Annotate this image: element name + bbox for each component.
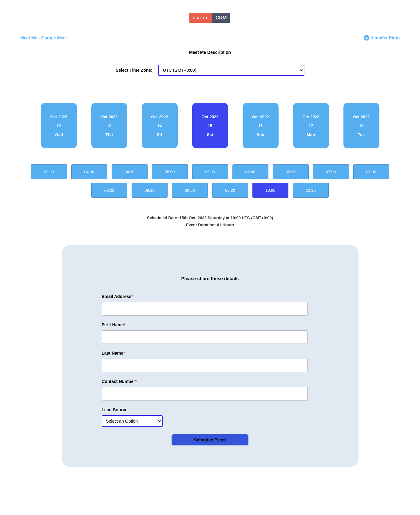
email-input[interactable]: [102, 302, 308, 316]
first-name-input[interactable]: [102, 330, 308, 344]
event-duration: Event Duration: 01 Hours: [0, 221, 420, 228]
time-card[interactable]: 05:30: [192, 164, 228, 179]
submit-row: Schedule Event: [102, 434, 319, 445]
email-field-group: Email Address*: [102, 294, 319, 316]
date-dow: Sun: [257, 132, 264, 137]
date-dow: Fri: [157, 132, 162, 137]
schedule-event-button[interactable]: Schedule Event: [172, 434, 248, 445]
time-card[interactable]: 10:30: [293, 183, 329, 198]
time-card[interactable]: 06:00: [232, 164, 268, 179]
date-day: 17: [309, 123, 313, 128]
date-day: 18: [359, 123, 363, 128]
time-card[interactable]: 04:00: [71, 164, 107, 179]
time-card[interactable]: 05:00: [152, 164, 188, 179]
user-badge[interactable]: Jennifer Pinto: [364, 35, 400, 41]
page-description: Meet Me Description: [0, 41, 420, 58]
last-name-label: Last Name*: [102, 351, 319, 356]
user-name: Jennifer Pinto: [371, 35, 400, 40]
email-label: Email Address*: [102, 294, 319, 299]
timezone-row: Select Time Zone: UTC (GMT+0:00): [0, 58, 420, 82]
contact-number-input[interactable]: [102, 387, 308, 400]
time-card[interactable]: 08:00: [91, 183, 127, 198]
person-icon: [364, 35, 369, 41]
date-day: 13: [107, 123, 111, 128]
first-name-field-group: First Name*: [102, 322, 319, 344]
date-dow: Thu: [105, 132, 113, 137]
date-card[interactable]: Oct-202213Thu: [91, 103, 127, 148]
date-dow: Sat: [207, 132, 213, 137]
form-title: Please share these details: [102, 276, 319, 281]
contact-number-field-group: Contact Number*: [102, 379, 319, 400]
date-picker-row: Oct-202212WedOct-202213ThuOct-202214FriO…: [0, 82, 420, 153]
logo-crm: CRM: [212, 13, 230, 23]
date-day: 15: [208, 123, 212, 128]
last-name-input[interactable]: [102, 359, 308, 372]
first-name-label: First Name*: [102, 322, 319, 327]
time-row-2: 08:0008:3009:0009:3010:0010:30: [20, 183, 400, 198]
date-card[interactable]: Oct-202212Wed: [41, 103, 77, 148]
details-form-card: Please share these details Email Address…: [62, 245, 359, 467]
date-card[interactable]: Oct-202215Sat: [192, 103, 228, 148]
date-month: Oct-2022: [353, 115, 370, 119]
date-month: Oct-2022: [303, 115, 319, 119]
time-card[interactable]: 08:30: [132, 183, 168, 198]
time-card[interactable]: 07:00: [313, 164, 349, 179]
time-card[interactable]: 06:30: [273, 164, 309, 179]
lead-source-select[interactable]: Select an Option: [102, 415, 163, 427]
lead-source-label: Lead Source: [102, 407, 319, 412]
date-card[interactable]: Oct-202217Mon: [293, 103, 329, 148]
date-card[interactable]: Oct-202218Tue: [343, 103, 379, 148]
date-month: Oct-2022: [202, 115, 219, 119]
time-card[interactable]: 04:30: [112, 164, 148, 179]
last-name-field-group: Last Name*: [102, 351, 319, 372]
date-month: Oct-2022: [101, 115, 118, 119]
time-picker-wrap: 03:3004:0004:3005:0005:3006:0006:3007:00…: [0, 153, 420, 198]
timezone-label: Select Time Zone:: [116, 68, 153, 73]
logo-row: SUITE CRM: [0, 0, 420, 26]
contact-number-label: Contact Number*: [102, 379, 319, 384]
time-card[interactable]: 07:30: [353, 164, 389, 179]
header-row: Meet Me - Google Meet Jennifer Pinto: [0, 26, 420, 41]
time-card[interactable]: 10:00: [252, 183, 288, 198]
time-row-1: 03:3004:0004:3005:0005:3006:0006:3007:00…: [20, 164, 400, 179]
date-day: 12: [57, 123, 61, 128]
meet-me-link[interactable]: Meet Me - Google Meet: [20, 35, 67, 40]
date-month: Oct-2022: [151, 115, 168, 119]
logo-suite: SUITE: [189, 13, 212, 23]
date-month: Oct-2022: [252, 115, 269, 119]
suitecrm-logo: SUITE CRM: [189, 13, 231, 23]
date-dow: Wed: [54, 132, 63, 137]
date-card[interactable]: Oct-202214Fri: [142, 103, 178, 148]
date-card[interactable]: Oct-202216Sun: [243, 103, 279, 148]
date-day: 14: [157, 123, 162, 128]
date-month: Oct-2022: [50, 115, 67, 119]
time-card[interactable]: 09:30: [212, 183, 248, 198]
time-card[interactable]: 03:30: [31, 164, 67, 179]
scheduled-summary: Scheduled Date :15th Oct, 2022 Saturday …: [0, 201, 420, 221]
timezone-select[interactable]: UTC (GMT+0:00): [158, 65, 304, 76]
date-dow: Tue: [358, 132, 365, 137]
lead-source-field-group: Lead Source Select an Option: [102, 407, 319, 427]
date-day: 16: [258, 123, 263, 128]
time-card[interactable]: 09:00: [172, 183, 208, 198]
date-dow: Mon: [307, 132, 315, 137]
svg-point-0: [366, 37, 367, 38]
